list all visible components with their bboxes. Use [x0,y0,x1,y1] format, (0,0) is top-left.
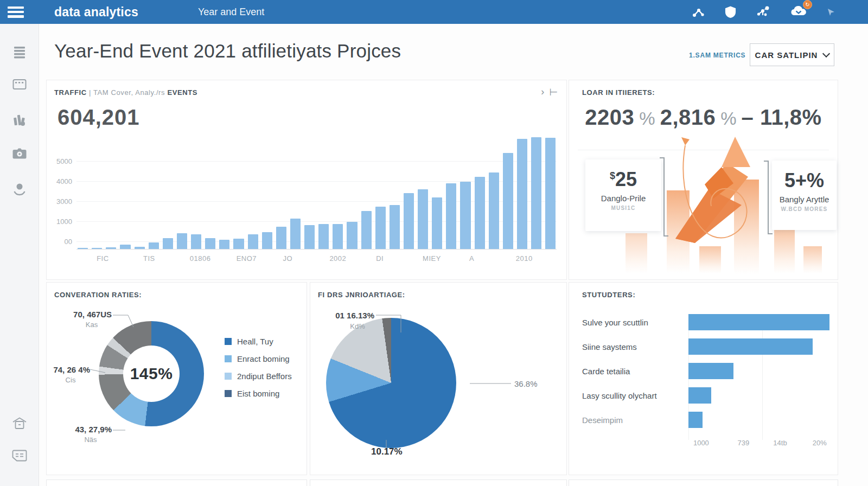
slice-sublabel: Cis [60,376,81,384]
traffic-bar[interactable] [375,207,386,249]
traffic-bar[interactable] [489,172,499,249]
card-actions: › ⊢ [541,86,558,98]
traffic-bar[interactable] [262,232,272,249]
slice-sublabel: Kas [78,321,105,329]
traffic-bar[interactable] [248,234,258,249]
flag-icon[interactable]: ⊢ [549,86,558,98]
x-axis-tick-label: 14tb [773,439,787,447]
share-icon[interactable] [692,5,705,18]
hbar-row-label: Carde tetailia [582,367,688,376]
hbar-track [688,387,829,404]
hbar[interactable] [688,412,703,428]
traffic-bar[interactable] [517,139,527,249]
traffic-bar[interactable] [205,238,215,249]
menu-icon[interactable] [8,7,24,18]
traffic-bar[interactable] [233,239,244,249]
shield-icon[interactable] [724,5,737,18]
x-axis-tick-label: FIC [97,254,108,263]
traffic-bar[interactable] [290,219,301,249]
slice-label: 36.8% [514,379,538,388]
stat-label: Danglo-Prile [585,194,661,203]
home-icon[interactable] [12,417,27,431]
window-icon[interactable] [12,78,27,91]
metric-pct: % [720,108,736,129]
hbar[interactable] [688,363,733,379]
traffic-bar[interactable] [475,177,485,249]
dropdown-label: CAR SATLIPIN [755,50,818,60]
traffic-bar[interactable] [120,245,130,249]
traffic-bar[interactable] [92,248,102,249]
chart-icon[interactable] [12,113,27,127]
traffic-events-card: TRAFFIC | TAM Cover, Analy./rs EVENTS › … [46,80,567,280]
stat-value: 5+% [772,169,837,192]
x-axis-tick-label: 20% [813,439,827,447]
x-axis-tick-label: 1000 [693,439,709,447]
traffic-bar[interactable] [361,211,372,249]
legend-item[interactable]: Enract boming [225,354,292,363]
header-subtitle: | TAM Cover, Analy./rs [89,88,165,97]
traffic-bar[interactable] [304,225,315,249]
traffic-bar[interactable] [149,242,159,249]
traffic-bar[interactable] [78,248,88,249]
card-title: FI DRS JNRIOARTIAGE: [318,291,405,299]
next-row-card-peek [569,479,838,486]
camera-icon[interactable] [12,148,27,159]
traffic-bar[interactable] [163,238,173,249]
hbar[interactable] [688,338,813,355]
traffic-bar[interactable] [318,224,329,249]
traffic-bar[interactable] [177,233,187,249]
sam-metrics-link[interactable]: 1.SAM METRICS [689,52,745,59]
traffic-bar[interactable] [404,193,414,249]
card-icon[interactable] [12,450,27,462]
bar-series [78,135,556,249]
car-satlipin-dropdown[interactable]: CAR SATLIPIN [750,43,834,66]
traffic-bar[interactable] [135,247,145,249]
legend-label: Enract boming [237,354,290,363]
cursor-icon[interactable] [827,8,835,16]
traffic-bar[interactable] [390,205,400,249]
user-icon[interactable] [12,182,27,196]
traffic-bar[interactable] [219,240,229,249]
stat-value: $25 [585,168,661,191]
chevron-right-icon[interactable]: › [541,86,544,98]
x-axis-tick-label: ENO7 [237,254,257,263]
legend-item[interactable]: Heall, Tuy [225,337,292,346]
traffic-bar[interactable] [446,183,456,249]
hbar-track [688,363,829,379]
traffic-bar[interactable] [545,138,556,249]
legend-swatch [225,338,232,345]
pie-chart[interactable] [326,318,456,448]
stat-sublabel: W.BCD MORES [772,206,837,212]
traffic-bar[interactable] [531,137,541,249]
list-icon[interactable] [13,46,26,59]
header-events: EVENTS [167,88,197,97]
card-title: STUTUDTERS: [582,291,635,299]
stutudters-card: STUTUDTERS: Sulve your scuttlinSiine say… [569,282,838,475]
activity-icon[interactable] [756,5,770,18]
x-axis-tick-label: TIS [143,254,155,263]
legend-item[interactable]: 2ndiput Beffors [225,372,292,381]
hbar-row-label: Siine saystems [582,342,688,351]
traffic-bar[interactable] [333,224,343,249]
legend-item[interactable]: Eist boming [225,389,292,398]
traffic-bar[interactable] [418,189,428,249]
cloud-sync-icon[interactable]: ↻ [790,4,807,20]
app-logo[interactable]: data analytics [54,5,138,20]
donut-chart[interactable]: 145% [99,321,204,426]
hbar[interactable] [688,387,711,404]
metric-num: 2,816 [660,105,716,129]
slice-sublabel: Kd% [344,322,371,330]
hbar-row-label: Deseimpim [582,415,688,425]
y-axis-tick-label: 3000 [49,197,72,206]
topbar-icon-group: ↻ [692,4,835,20]
stat-card-rate: 5+% Bangly Aryttle W.BCD MORES [772,161,837,230]
traffic-total: 604,201 [58,105,140,130]
traffic-bar[interactable] [432,197,442,249]
traffic-bar[interactable] [503,153,513,249]
traffic-bar[interactable] [191,234,201,249]
traffic-bar[interactable] [276,227,286,249]
traffic-bar[interactable] [106,247,116,249]
traffic-bar[interactable] [347,222,357,249]
traffic-bar[interactable] [460,182,470,249]
hbar[interactable] [688,314,829,330]
